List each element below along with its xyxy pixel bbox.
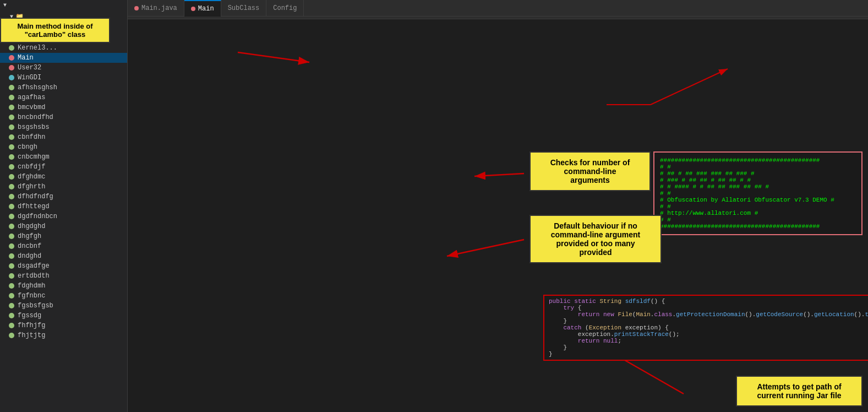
item-dot: [9, 164, 14, 170]
obfuscation-line-7: # Obfuscation by Allatori Obfuscator v7.…: [660, 197, 856, 203]
sidebar-item-cbnfdhn[interactable]: cbnfdhn: [0, 132, 127, 142]
obfuscation-line-9: # http://www.allatori.com #: [660, 210, 856, 216]
item-dot: [9, 105, 14, 110]
item-dot: [9, 333, 14, 338]
sidebar-item-cbngh[interactable]: cbngh: [0, 142, 127, 152]
svg-line-2: [474, 174, 524, 176]
svg-line-1: [238, 52, 309, 62]
tab-dot-main-java: [134, 6, 139, 10]
sidebar: ▼ ▼ 📁 Main method inside of"carLambo" cl…: [0, 0, 128, 412]
item-dot: [9, 243, 14, 249]
item-dot: [9, 85, 14, 90]
obfuscation-line-8: # #: [660, 203, 856, 210]
tab-config[interactable]: Config: [266, 0, 304, 17]
sidebar-item-ertdbdth[interactable]: ertdbdth: [0, 271, 127, 281]
sidebar-item-dfghrth[interactable]: dfghrth: [0, 182, 127, 192]
sidebar-item-label: cnbcmhgm: [18, 153, 50, 161]
tab-bar: Main.java Main SubClass Config: [128, 0, 868, 17]
item-dot: [9, 323, 14, 328]
item-dot: [9, 224, 14, 229]
svg-line-6: [651, 69, 728, 105]
sidebar-item-label: bmcvbmd: [18, 104, 45, 111]
item-dot: [9, 263, 14, 269]
sidebar-item-label: Main: [18, 54, 34, 62]
sidebar-item-user32[interactable]: User32: [0, 63, 127, 73]
sidebar-item-label: dfghrth: [18, 183, 45, 191]
sidebar-item-dfhttegd[interactable]: dfhttegd: [0, 202, 127, 212]
sidebar-item-dhgfgh[interactable]: dhgfgh: [0, 231, 127, 241]
tab-subclass[interactable]: SubClass: [221, 0, 267, 17]
item-dot: [9, 313, 14, 318]
item-dot: [9, 134, 14, 140]
sidebar-classes-header[interactable]: ▼: [0, 0, 127, 10]
sidebar-item-label: bncbndfhd: [18, 113, 53, 121]
item-dot: [9, 154, 14, 160]
sidebar-item-cnbcmhgm[interactable]: cnbcmhgm: [0, 152, 127, 162]
sidebar-item-fdghdmh[interactable]: fdghdmh: [0, 281, 127, 291]
sidebar-item-fhfhjfg[interactable]: fhfhjfg: [0, 321, 127, 330]
sidebar-item-label: dndghd: [18, 252, 41, 260]
sidebar-item-fgfnbnc[interactable]: fgfnbnc: [0, 291, 127, 301]
sidebar-item-dfghdmc[interactable]: dfghdmc: [0, 172, 127, 182]
item-dot: [9, 75, 14, 80]
collapse-arrow: ▼: [3, 2, 7, 8]
sidebar-item-label: dhgdghd: [18, 223, 45, 230]
obfuscation-line-3: # ## # ## ### ### ## ### #: [660, 170, 856, 177]
sidebar-item-dndghd[interactable]: dndghd: [0, 251, 127, 261]
item-dot: [9, 55, 14, 61]
sidebar-item-label: fgsbsfgsb: [18, 302, 53, 310]
sdfsldf-code-panel: public static String sdfsldf() { try { r…: [543, 295, 868, 361]
sidebar-item-bsgshsbs[interactable]: bsgshsbs: [0, 122, 127, 132]
sidebar-item-fhjtjtg[interactable]: fhjtjtg: [0, 330, 127, 340]
obfuscation-line-10: # #: [660, 216, 856, 223]
item-dot: [9, 174, 14, 180]
sidebar-item-label: ertdbdth: [18, 272, 50, 280]
obfuscation-line-5: # # #### # # ## ## ### ## ## #: [660, 183, 856, 190]
item-dot: [9, 283, 14, 289]
sidebar-item-label: fgssdg: [18, 312, 41, 319]
main-area: Main.java Main SubClass Config: [128, 0, 868, 412]
tab-main[interactable]: Main: [184, 0, 221, 17]
sidebar-item-agafhas[interactable]: agafhas: [0, 93, 127, 102]
sidebar-item-bncbndfhd[interactable]: bncbndfhd: [0, 112, 127, 122]
sidebar-item-label: cbngh: [18, 143, 37, 151]
item-dot: [9, 303, 14, 308]
sidebar-items-list: GDI32HBrowserNativeApisKernel3...MainUse…: [0, 23, 127, 340]
tab-label-config: Config: [273, 4, 297, 12]
code-area[interactable]: Checks for number ofcommand-lineargument…: [128, 19, 868, 412]
sidebar-item-main[interactable]: Main: [0, 53, 127, 63]
item-dot: [9, 204, 14, 209]
tab-label-main: Main: [198, 5, 214, 13]
sidebar-item-dfhdfndfg[interactable]: dfhdfndfg: [0, 192, 127, 202]
sidebar-item-dhgdghd[interactable]: dhgdghd: [0, 221, 127, 231]
sidebar-item-dsgadfge[interactable]: dsgadfge: [0, 261, 127, 271]
sidebar-item-fgssdg[interactable]: fgssdg: [0, 311, 127, 321]
item-dot: [9, 115, 14, 120]
sidebar-item-cnbfdjf[interactable]: cnbfdjf: [0, 162, 127, 172]
sidebar-item-label: fgfnbnc: [18, 292, 45, 300]
tab-main-java[interactable]: Main.java: [128, 0, 184, 17]
sidebar-item-kernel3[interactable]: Kernel3...: [0, 43, 127, 53]
sidebar-item-fgsbsfgsb[interactable]: fgsbsfgsb: [0, 301, 127, 311]
sidebar-item-label: fdghdmh: [18, 282, 45, 290]
item-dot: [9, 184, 14, 189]
sidebar-item-bmcvbmd[interactable]: bmcvbmd: [0, 102, 127, 112]
sidebar-item-dncbnf[interactable]: dncbnf: [0, 241, 127, 251]
sidebar-item-label: cnbfdjf: [18, 163, 45, 171]
sidebar-item-label: cbnfdhn: [18, 133, 45, 141]
item-dot: [9, 95, 14, 100]
item-dot: [9, 194, 14, 199]
sidebar-item-afhshsghsh[interactable]: afhshsghsh: [0, 83, 127, 93]
item-dot: [9, 144, 14, 150]
item-dot: [9, 214, 14, 219]
item-dot: [9, 124, 14, 130]
sidebar-item-dgdfndnbcn[interactable]: dgdfndnbcn: [0, 212, 127, 221]
sidebar-item-label: dhgfgh: [18, 232, 41, 240]
item-dot: [9, 273, 14, 279]
sidebar-item-label: dsgadfge: [18, 262, 50, 270]
tab-label-main-java: Main.java: [141, 4, 177, 12]
sidebar-item-wingdi[interactable]: WinGDI: [0, 73, 127, 83]
tab-dot-main: [191, 7, 195, 11]
obfuscation-line-6: # #: [660, 190, 856, 197]
main-method-annotation: Main method inside of"carLambo" class: [0, 18, 110, 43]
